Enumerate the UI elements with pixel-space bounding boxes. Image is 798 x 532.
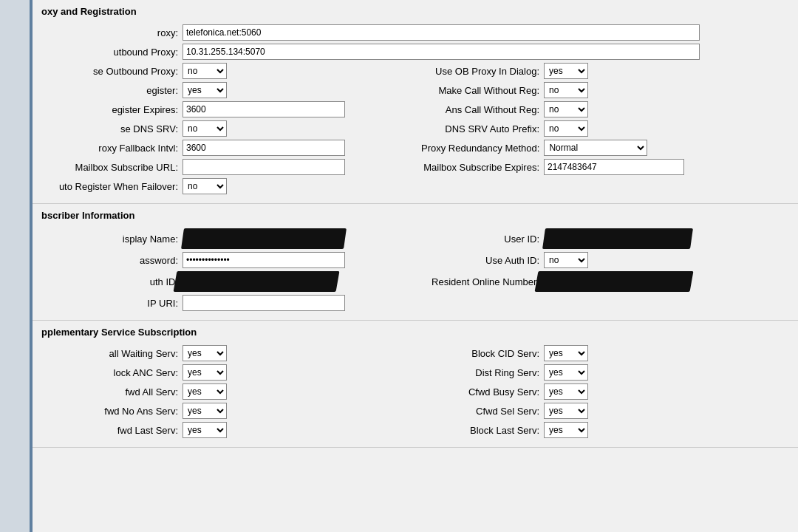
use-auth-id-select[interactable]: noyes	[544, 252, 588, 268]
proxy-row: roxy:	[41, 24, 789, 41]
mailbox-subscribe-expires-row: Mailbox Subscribe Expires:	[421, 159, 789, 175]
sip-uri-field[interactable]	[183, 295, 345, 311]
use-ob-proxy-dialog-row: Use OB Proxy In Dialog: yesno	[421, 63, 789, 79]
cfwd-all-select[interactable]: yesno	[183, 383, 227, 400]
make-call-without-reg-select[interactable]: noyes	[544, 82, 588, 98]
display-name-redacted	[181, 228, 347, 249]
supplementary-section: pplementary Service Subscription all Wai…	[33, 321, 798, 448]
dns-srv-auto-prefix-row: DNS SRV Auto Prefix: noyes	[421, 120, 789, 137]
auto-register-failover-row: uto Register When Failover: noyes	[41, 178, 409, 194]
register-expires-row: egister Expires:	[41, 101, 409, 117]
mailbox-subscribe-url-field[interactable]	[183, 159, 345, 175]
make-call-without-reg-row: Make Call Without Reg: noyes	[421, 82, 789, 98]
auto-register-failover-label: uto Register When Failover:	[41, 181, 178, 192]
proxy-fallback-field[interactable]	[183, 140, 345, 156]
supplementary-title: pplementary Service Subscription	[41, 327, 789, 338]
ans-call-without-reg-label: Ans Call Without Reg:	[421, 104, 539, 115]
sip-uri-label: IP URI:	[41, 298, 178, 309]
ans-call-without-reg-row: Ans Call Without Reg: noyes	[421, 101, 789, 117]
password-field[interactable]	[183, 252, 345, 268]
proxy-label: roxy:	[41, 27, 178, 38]
register-row: egister: yesno	[41, 82, 409, 98]
resident-online-number-row: Resident Online Number:	[421, 271, 789, 292]
use-auth-id-label: Use Auth ID:	[421, 255, 539, 266]
user-id-label: User ID:	[421, 233, 539, 245]
password-row: assword:	[41, 252, 409, 268]
user-id-row: User ID:	[421, 228, 789, 249]
call-waiting-row: all Waiting Serv: yesno	[41, 345, 409, 361]
resident-online-number-label: Resident Online Number:	[421, 276, 539, 287]
sip-uri-row: IP URI:	[41, 295, 409, 311]
mailbox-subscribe-url-label: Mailbox Subscribe URL:	[41, 162, 178, 173]
make-call-without-reg-label: Make Call Without Reg:	[421, 85, 539, 96]
block-anc-select[interactable]: yesno	[183, 364, 227, 381]
register-select[interactable]: yesno	[183, 82, 227, 98]
cfwd-all-label: fwd All Serv:	[41, 386, 178, 398]
proxy-redundancy-select[interactable]: NormalRound RobinRandom	[544, 140, 647, 156]
use-outbound-proxy-label: se Outbound Proxy:	[41, 66, 178, 77]
resident-online-number-redacted	[535, 271, 694, 292]
auto-register-failover-select[interactable]: noyes	[183, 178, 227, 194]
block-last-select[interactable]: yesno	[544, 422, 588, 438]
cfwd-last-row: fwd Last Serv: yesno	[41, 422, 409, 438]
call-waiting-select[interactable]: yesno	[183, 345, 227, 361]
user-id-redacted	[542, 228, 693, 249]
cfwd-last-label: fwd Last Serv:	[41, 425, 178, 436]
outbound-proxy-row: utbound Proxy:	[41, 44, 789, 60]
dist-ring-row: Dist Ring Serv: yesno	[421, 364, 789, 381]
outbound-proxy-field[interactable]	[183, 44, 700, 60]
cfwd-sel-select[interactable]: yesno	[544, 403, 588, 419]
main-container: oxy and Registration roxy: utbound Proxy…	[30, 0, 798, 532]
register-label: egister:	[41, 85, 178, 96]
use-ob-proxy-dialog-label: Use OB Proxy In Dialog:	[421, 66, 539, 77]
mailbox-subscribe-expires-label: Mailbox Subscribe Expires:	[421, 162, 539, 173]
subscriber-title: bscriber Information	[41, 210, 789, 221]
use-ob-proxy-dialog-select[interactable]: yesno	[544, 63, 588, 79]
password-label: assword:	[41, 255, 178, 266]
register-expires-label: egister Expires:	[41, 104, 178, 115]
call-waiting-label: all Waiting Serv:	[41, 348, 178, 359]
proxy-registration-section: oxy and Registration roxy: utbound Proxy…	[33, 0, 798, 204]
use-dns-srv-row: se DNS SRV: noyes	[41, 120, 409, 137]
cfwd-no-ans-select[interactable]: yesno	[183, 403, 227, 419]
auth-id-redacted	[174, 271, 340, 292]
use-dns-srv-label: se DNS SRV:	[41, 123, 178, 134]
mailbox-subscribe-expires-field[interactable]	[544, 159, 684, 175]
use-dns-srv-select[interactable]: noyes	[183, 120, 227, 137]
dist-ring-select[interactable]: yesno	[544, 364, 588, 381]
cfwd-busy-row: Cfwd Busy Serv: yesno	[421, 383, 789, 400]
cfwd-no-ans-label: fwd No Ans Serv:	[41, 406, 178, 417]
dist-ring-label: Dist Ring Serv:	[421, 367, 539, 378]
block-cid-select[interactable]: yesno	[544, 345, 588, 361]
use-auth-id-row: Use Auth ID: noyes	[421, 252, 789, 268]
outbound-proxy-label: utbound Proxy:	[41, 47, 178, 58]
proxy-fallback-row: roxy Fallback Intvl:	[41, 140, 409, 156]
cfwd-sel-row: Cfwd Sel Serv: yesno	[421, 403, 789, 419]
cfwd-busy-label: Cfwd Busy Serv:	[421, 386, 539, 398]
cfwd-last-select[interactable]: yesno	[183, 422, 227, 438]
proxy-field[interactable]	[183, 24, 700, 41]
dns-srv-auto-prefix-select[interactable]: noyes	[544, 120, 588, 137]
block-cid-row: Block CID Serv: yesno	[421, 345, 789, 361]
auth-id-label: uth ID:	[41, 276, 178, 287]
proxy-registration-title: oxy and Registration	[41, 6, 789, 17]
block-anc-row: lock ANC Serv: yesno	[41, 364, 409, 381]
proxy-redundancy-row: Proxy Redundancy Method: NormalRound Rob…	[421, 140, 789, 156]
use-outbound-proxy-select[interactable]: noyes	[183, 63, 227, 79]
cfwd-no-ans-row: fwd No Ans Serv: yesno	[41, 403, 409, 419]
cfwd-all-row: fwd All Serv: yesno	[41, 383, 409, 400]
block-cid-label: Block CID Serv:	[421, 348, 539, 359]
cfwd-sel-label: Cfwd Sel Serv:	[421, 406, 539, 417]
block-anc-label: lock ANC Serv:	[41, 367, 178, 378]
block-last-label: Block Last Serv:	[421, 425, 539, 436]
display-name-row: isplay Name:	[41, 228, 409, 249]
register-expires-field[interactable]	[183, 101, 345, 117]
subscriber-section: bscriber Information isplay Name: asswor…	[33, 204, 798, 321]
proxy-fallback-label: roxy Fallback Intvl:	[41, 143, 178, 154]
display-name-label: isplay Name:	[41, 233, 178, 245]
use-outbound-proxy-row: se Outbound Proxy: noyes	[41, 63, 409, 79]
ans-call-without-reg-select[interactable]: noyes	[544, 101, 588, 117]
cfwd-busy-select[interactable]: yesno	[544, 383, 588, 400]
block-last-row: Block Last Serv: yesno	[421, 422, 789, 438]
proxy-redundancy-label: Proxy Redundancy Method:	[421, 143, 539, 154]
